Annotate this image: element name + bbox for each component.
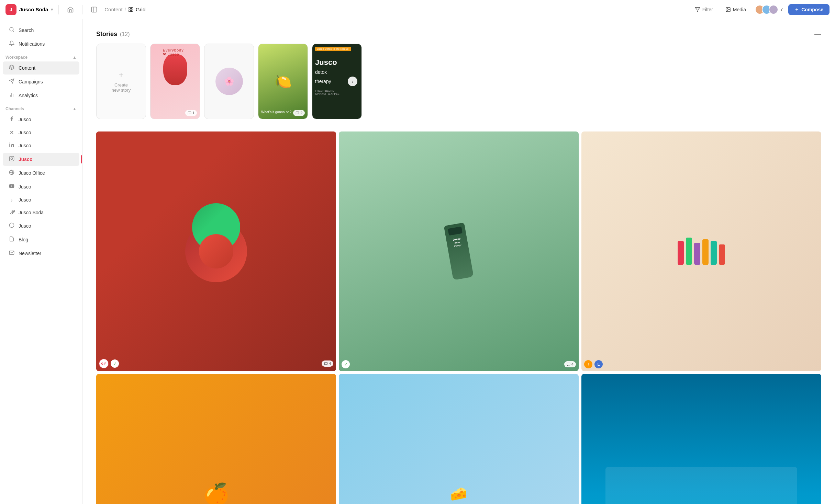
brand-logo[interactable]: J Jusco Soda ▾	[5, 4, 53, 15]
brand-chevron-icon: ▾	[51, 7, 53, 12]
grid-item-bottles-badges: ! L	[584, 360, 819, 368]
breadcrumb-parent[interactable]: Content	[104, 7, 123, 12]
channel-newsletter-label: Newsletter	[19, 251, 41, 256]
story-card-citrus[interactable]: 🍋 What's it gonna be? 2	[258, 44, 308, 119]
svg-rect-4	[129, 10, 131, 12]
story-card-strawberry[interactable]: Everybody ❤ Jusco 1	[150, 44, 200, 119]
search-label: Search	[19, 27, 34, 33]
media-button[interactable]: Media	[722, 5, 749, 14]
svg-rect-5	[131, 10, 133, 12]
sidebar-item-content[interactable]: Content	[3, 61, 79, 75]
compose-button[interactable]: Compose	[788, 4, 830, 15]
workspace-section[interactable]: Workspace ▲	[0, 51, 82, 61]
story-card-smoothie[interactable]: 🌸	[204, 44, 254, 119]
topbar-divider-2	[82, 5, 82, 14]
app-body: Search Notifications Workspace ▲ Content…	[0, 19, 835, 504]
linkedin-icon	[8, 142, 15, 149]
gif-badge: GIF	[99, 359, 109, 368]
sidebar-item-blog[interactable]: Blog	[3, 233, 79, 246]
main-content: Stories (12) — + Createnew story Everybo…	[82, 19, 835, 504]
newsletter-icon	[8, 250, 15, 257]
channel-blog-label: Blog	[19, 237, 28, 242]
campaigns-label: Campaigns	[19, 79, 43, 84]
sidebar: Search Notifications Workspace ▲ Content…	[0, 19, 82, 504]
avatar-count: 7	[780, 7, 783, 12]
plus-icon: +	[119, 70, 123, 80]
facebook-icon	[8, 116, 15, 123]
channel-google-label: Jusco Office	[19, 170, 45, 176]
sidebar-item-campaigns[interactable]: Campaigns	[3, 75, 79, 88]
brand-name: Jusco Soda	[19, 7, 48, 12]
channel-tiktok-label: Jusco	[19, 197, 31, 203]
channels-section[interactable]: Channels ▲	[0, 102, 82, 113]
grid-item-bottle-badges: ✓ 4	[342, 360, 576, 368]
topbar-right: Filter Media 7 Compose	[691, 4, 830, 15]
grid-item-orange[interactable]: 🍊	[96, 374, 336, 504]
grid-item-bottles[interactable]: ! L	[581, 131, 821, 371]
sidebar-item-twitter[interactable]: ✕ Jusco	[3, 127, 79, 138]
sidebar-item-linkedin[interactable]: Jusco	[3, 139, 79, 152]
sidebar-item-tiktok[interactable]: ♪ Jusco	[3, 194, 79, 206]
breadcrumb-separator: /	[125, 7, 126, 12]
grid-item-watermelon[interactable]: GIF ✓ 4	[96, 131, 336, 371]
story-badge-comments: 1	[185, 110, 197, 116]
youtube-icon	[8, 183, 15, 190]
channel-instagram-label: Jusco	[19, 157, 32, 162]
user-badge: L	[594, 360, 603, 368]
sidebar-item-pinterest[interactable]: 𝒫 Jusco Soda	[3, 206, 79, 219]
megaphone-icon	[8, 78, 15, 85]
breadcrumb: Content / Grid	[104, 7, 145, 12]
topbar: J Jusco Soda ▾ Content / Grid Filter Med…	[0, 0, 835, 19]
grid-item-ocean[interactable]	[581, 374, 821, 504]
sidebar-item-instagram[interactable]: Jusco	[3, 153, 79, 166]
x-icon: ✕	[8, 130, 15, 135]
avatars-group[interactable]: 7	[755, 5, 783, 14]
notifications-label: Notifications	[19, 41, 45, 47]
sidebar-item-facebook[interactable]: Jusco	[3, 113, 79, 126]
sidebar-item-newsletter[interactable]: Newsletter	[3, 247, 79, 260]
sidebar-item-notifications[interactable]: Notifications	[3, 37, 79, 50]
grid-item-cheese[interactable]: 🧀	[339, 374, 579, 504]
create-story-label: Createnew story	[112, 82, 131, 93]
avatar	[769, 5, 778, 14]
svg-point-18	[9, 142, 10, 144]
svg-rect-3	[131, 8, 133, 9]
warn-badge: !	[584, 360, 592, 368]
blog-icon	[8, 236, 15, 243]
home-button[interactable]	[64, 4, 77, 15]
channel-facebook-label: Jusco	[19, 117, 31, 122]
sidebar-item-analytics[interactable]: Analytics	[3, 89, 79, 102]
topbar-divider	[58, 5, 59, 14]
filter-button[interactable]: Filter	[691, 5, 716, 14]
check-badge: ✓	[111, 359, 119, 368]
check-badge-bottle: ✓	[342, 360, 350, 368]
stories-collapse-button[interactable]: —	[814, 30, 821, 38]
sidebar-item-google[interactable]: Jusco Office	[3, 167, 79, 180]
svg-point-21	[13, 157, 13, 158]
channel-youtube-label: Jusco	[19, 184, 31, 190]
sidebar-item-search[interactable]: Search	[3, 24, 79, 37]
bell-icon	[8, 41, 15, 47]
comment-badge-bottle: 4	[564, 361, 576, 367]
brand-icon: J	[5, 4, 16, 15]
sidebar-toggle-button[interactable]	[88, 4, 100, 15]
svg-rect-17	[9, 144, 10, 147]
breadcrumb-current: Grid	[128, 7, 145, 12]
svg-line-12	[13, 31, 14, 32]
sidebar-item-globe[interactable]: Jusco	[3, 219, 79, 232]
instagram-icon	[8, 156, 15, 163]
grid-item-green-bottle[interactable]: Juscodetoxtherapy ✓ 4	[339, 131, 579, 371]
stories-title: Stories (12)	[96, 31, 130, 38]
comment-badge: 4	[322, 360, 333, 367]
channels-chevron-icon: ▲	[73, 106, 77, 111]
channel-globe-label: Jusco	[19, 223, 31, 229]
svg-marker-13	[9, 65, 14, 67]
svg-marker-6	[695, 8, 700, 12]
svg-point-8	[727, 8, 727, 9]
svg-rect-2	[129, 8, 131, 9]
story-card-detox[interactable]: Jusco Detox to the rescue! Juscodetoxthe…	[312, 44, 362, 119]
sidebar-item-youtube[interactable]: Jusco	[3, 180, 79, 193]
svg-rect-0	[92, 7, 97, 12]
story-create-card[interactable]: + Createnew story	[96, 44, 146, 119]
content-label: Content	[19, 65, 35, 71]
